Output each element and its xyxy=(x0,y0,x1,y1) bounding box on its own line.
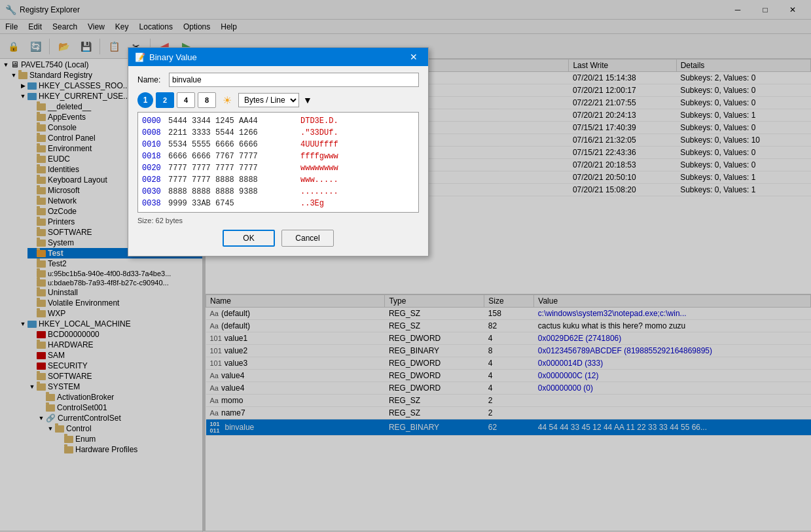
hex-row-0018: 0018 6666 6666 7767 7777 ffffgwww xyxy=(142,151,414,162)
modal-overlay: 📝 Binary Value ✕ Name: 1 2 4 8 ☀ Bytes /… xyxy=(0,0,811,532)
hex-row-0030: 0030 8888 8888 8888 9388 ........ xyxy=(142,186,414,198)
hex-row-0008: 0008 2211 3333 5544 1266 ."33DUf. xyxy=(142,127,414,139)
dialog-button-row: OK Cancel xyxy=(137,230,419,247)
dropdown-arrow-icon: ▼ xyxy=(303,95,312,105)
bytes-per-line-select[interactable]: Bytes / Line 8 16 32 xyxy=(238,93,299,107)
byte-btn-2[interactable]: 2 xyxy=(156,92,174,108)
binary-value-dialog: 📝 Binary Value ✕ Name: 1 2 4 8 ☀ Bytes /… xyxy=(128,47,429,257)
hex-editor[interactable]: 0000 5444 3344 1245 AA44 DTD3E.D. 0008 2… xyxy=(137,112,419,213)
dialog-ok-button[interactable]: OK xyxy=(223,230,275,247)
dialog-body: Name: 1 2 4 8 ☀ Bytes / Line 8 16 32 ▼ xyxy=(128,66,428,256)
dialog-titlebar[interactable]: 📝 Binary Value ✕ xyxy=(128,48,428,66)
dialog-name-label: Name: xyxy=(137,75,164,84)
byte-btn-8[interactable]: 8 xyxy=(198,92,216,108)
dialog-icon: 📝 xyxy=(135,52,145,62)
hex-row-0038: 0038 9999 33AB 6745 ..3Eg xyxy=(142,198,414,209)
dialog-title: Binary Value xyxy=(149,52,406,62)
byte-btn-1[interactable]: 1 xyxy=(137,92,153,108)
byte-line-row: 1 2 4 8 ☀ Bytes / Line 8 16 32 ▼ xyxy=(137,92,419,108)
byte-btn-4[interactable]: 4 xyxy=(177,92,195,108)
hex-row-0028: 0028 7777 7777 8888 8888 www..... xyxy=(142,174,414,186)
sun-icon: ☀ xyxy=(223,94,232,107)
dialog-name-input[interactable] xyxy=(169,73,419,87)
hex-row-0000: 0000 5444 3344 1245 AA44 DTD3E.D. xyxy=(142,115,414,127)
dialog-size-label: Size: 62 bytes xyxy=(137,217,419,224)
hex-row-0020: 0020 7777 7777 7777 7777 wwwwwwww xyxy=(142,162,414,174)
dialog-name-row: Name: xyxy=(137,73,419,87)
hex-row-0010: 0010 5534 5555 6666 6666 4UUUffff xyxy=(142,139,414,151)
dialog-cancel-button[interactable]: Cancel xyxy=(281,230,334,247)
dialog-close-button[interactable]: ✕ xyxy=(406,49,422,65)
